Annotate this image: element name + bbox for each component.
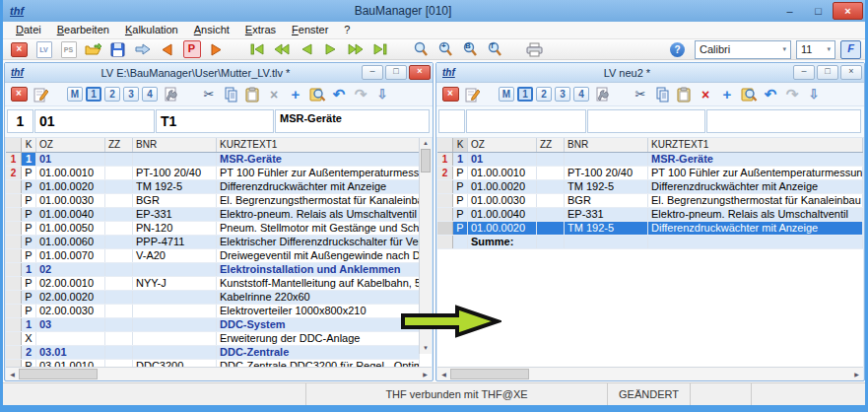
header-k[interactable]: K — [453, 138, 468, 152]
cell-k[interactable]: P — [22, 180, 36, 193]
zoom-button[interactable] — [408, 40, 433, 59]
table-row[interactable]: P 02.00.0010 NYY-J Kunststoff-Mantelleit… — [6, 277, 420, 291]
cell-oz[interactable]: 02.00.0020 — [36, 291, 105, 304]
font-name-select[interactable]: Calibri▾ — [695, 40, 791, 59]
cell-zz[interactable] — [105, 249, 133, 262]
cell-zz[interactable] — [537, 236, 565, 248]
paste-button[interactable] — [241, 85, 263, 103]
header-zz[interactable]: ZZ — [105, 138, 133, 152]
ps-document-button[interactable]: PS — [56, 40, 81, 59]
cell-k[interactable]: P — [22, 167, 36, 179]
cell-bnr[interactable] — [133, 332, 217, 345]
cell-bnr[interactable]: PN-120 — [133, 222, 217, 235]
cell-zz[interactable] — [105, 263, 133, 276]
cell-oz[interactable]: 01.00.0020 — [468, 222, 537, 235]
cell-zz[interactable] — [105, 291, 133, 304]
cell-oz[interactable]: 03.01.0010 — [36, 360, 105, 367]
cell-rownum[interactable] — [6, 346, 22, 359]
cell-kurztext1[interactable]: Differenzdruckwächter mit Anzeige — [217, 180, 420, 193]
zoom-in-button[interactable]: + — [433, 40, 457, 59]
cell-oz[interactable]: 02.00.0030 — [36, 305, 105, 317]
help-button[interactable]: ? — [665, 40, 690, 59]
menu-item[interactable]: Extras — [245, 24, 276, 35]
maximize-button[interactable]: □ — [804, 3, 833, 19]
cell-bnr[interactable]: NYY-J — [133, 277, 217, 290]
table-row[interactable]: P 01.00.0040 EP-331 Elektro-pneum. Relai… — [6, 208, 420, 222]
cell-k[interactable]: 1 — [453, 153, 468, 166]
cell-bnr[interactable]: TM 192-5 — [565, 180, 648, 193]
cell-k[interactable]: P — [22, 249, 36, 262]
cell-kurztext1[interactable]: DDC-System — [217, 318, 420, 331]
back-button[interactable] — [294, 40, 318, 59]
properties-button[interactable] — [592, 85, 614, 103]
goto-last-button[interactable] — [367, 40, 392, 59]
view-1-button[interactable]: 1 — [86, 87, 101, 102]
close-lv-button[interactable]: × — [8, 85, 30, 103]
table-row[interactable]: 1 1 01 MSR-Geräte — [437, 153, 863, 167]
cell-k[interactable]: P — [22, 360, 36, 367]
info-text-field[interactable] — [706, 109, 861, 133]
table-row[interactable]: 1 1 01 MSR-Geräte — [6, 153, 420, 167]
cell-rownum[interactable] — [6, 194, 22, 207]
print-button[interactable] — [522, 40, 547, 59]
table-row[interactable]: P 01.00.0060 PPP-4711 Elektrischer Diffe… — [6, 236, 420, 249]
menu-item[interactable]: Bearbeiten — [57, 24, 109, 35]
table-row[interactable]: 2 P 01.00.0010 PT-100 20/40 PT 100 Fühle… — [6, 167, 420, 180]
close-file-button[interactable]: × — [7, 40, 32, 59]
view-2-button[interactable]: 2 — [104, 87, 120, 102]
scroll-left-icon[interactable]: ◀ — [437, 371, 450, 378]
copy-button[interactable] — [220, 85, 241, 103]
cell-oz[interactable]: 02 — [36, 263, 105, 276]
menu-item[interactable]: Fenster — [292, 24, 328, 35]
cell-bnr[interactable] — [133, 153, 217, 166]
menu-item[interactable]: Kalkulation — [125, 24, 178, 35]
cell-rownum[interactable] — [6, 277, 22, 290]
cell-kurztext1[interactable]: Pneum. Stellmotor mit Gestänge und Schwe… — [217, 222, 420, 235]
cell-kurztext1[interactable]: Elektro-pneum. Relais als Umschaltventil — [217, 208, 420, 221]
table-row[interactable]: P 01.00.0070 V-A20 Dreiwegeventil mit Au… — [6, 249, 420, 263]
prev-position-button[interactable] — [155, 40, 179, 59]
cell-k[interactable]: P — [453, 222, 468, 235]
cell-kurztext1[interactable]: Differenzdruckwächter mit Anzeige — [648, 222, 863, 235]
child-restore-button[interactable]: □ — [385, 65, 407, 80]
cell-rownum[interactable]: 1 — [437, 153, 453, 166]
font-size-select[interactable]: 11▾ — [796, 40, 835, 59]
cell-zz[interactable] — [537, 153, 565, 166]
minimize-button[interactable]: – — [775, 3, 804, 19]
menu-item[interactable]: ? — [344, 24, 350, 35]
table-row[interactable]: P 01.00.0050 PN-120 Pneum. Stellmotor mi… — [6, 222, 420, 236]
cell-oz[interactable]: 01 — [468, 153, 537, 166]
cell-kurztext1[interactable]: Kabelrinne 220x60 — [217, 291, 420, 304]
cell-rownum[interactable] — [6, 249, 22, 262]
view-m-button[interactable]: M — [67, 87, 83, 102]
cell-oz[interactable]: 01.00.0020 — [36, 180, 105, 193]
cell-bnr[interactable]: V-A20 — [133, 249, 217, 262]
cell-kurztext1[interactable]: MSR-Geräte — [648, 153, 863, 166]
cell-bnr[interactable]: TM 192-5 — [565, 222, 648, 235]
table-row[interactable]: 2 P 01.00.0010 PT-100 20/40 PT 100 Fühle… — [437, 167, 863, 180]
close-lv-button[interactable]: × — [439, 85, 461, 103]
cell-kurztext1[interactable] — [648, 236, 863, 248]
scrollbar-thumb[interactable] — [450, 369, 529, 379]
cell-k[interactable]: P — [453, 180, 468, 193]
cell-zz[interactable] — [105, 180, 133, 193]
delete-button[interactable]: × — [263, 85, 285, 103]
cell-k[interactable]: P — [453, 194, 468, 207]
cut-button[interactable]: ✂ — [198, 85, 220, 103]
cell-rownum[interactable] — [6, 208, 22, 221]
table-row[interactable]: P 02.00.0020 Kabelrinne 220x60 — [6, 291, 420, 305]
info-oz-field[interactable] — [466, 109, 586, 133]
cell-zz[interactable] — [537, 222, 565, 235]
cell-bnr[interactable] — [133, 318, 217, 331]
horizontal-scrollbar[interactable]: ◀ ▶ — [6, 367, 432, 380]
view-4-button[interactable]: 4 — [142, 87, 158, 102]
cell-kurztext1[interactable]: MSR-Geräte — [217, 153, 420, 166]
position-mode-button[interactable]: P — [179, 40, 204, 59]
cell-k[interactable]: P — [22, 277, 36, 290]
cell-rownum[interactable]: 1 — [6, 153, 22, 166]
menu-item[interactable]: Ansicht — [194, 24, 230, 35]
horizontal-scrollbar[interactable]: ◀ ▶ — [437, 367, 863, 380]
cell-oz[interactable]: 01.00.0030 — [36, 194, 105, 207]
cell-rownum[interactable] — [6, 236, 22, 248]
cell-k[interactable]: P — [22, 305, 36, 317]
